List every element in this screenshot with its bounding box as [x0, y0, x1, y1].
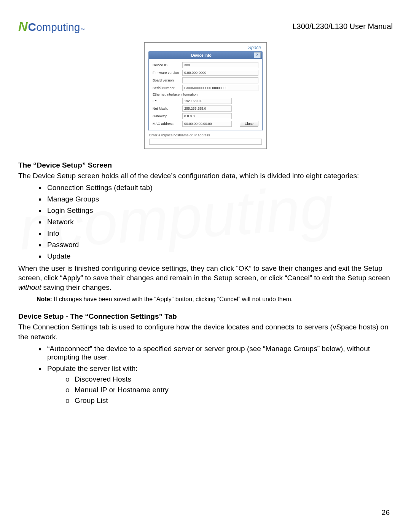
- list-item: Manual IP or Hostname entry: [65, 386, 393, 394]
- list-item: Connection Settings (default tab): [46, 184, 393, 192]
- dialog-title: Device Info: [149, 53, 254, 58]
- space-hint: Space: [148, 45, 263, 50]
- section2-list: “Autoconnect” the device to a specified …: [18, 345, 393, 405]
- board-label: Board version: [153, 78, 182, 82]
- section1-intro: The Device Setup screen holds all of the…: [18, 171, 393, 181]
- firmware-label: Firmware version: [153, 71, 182, 75]
- eth-header: Ethernet interface information:: [153, 93, 258, 96]
- section1-list: Connection Settings (default tab) Manage…: [18, 184, 393, 260]
- list-item: Discovered Hosts: [65, 375, 393, 383]
- note-text: If changes have been saved with the “App…: [52, 296, 293, 302]
- serial-value: L300K000000000 00000000: [182, 85, 258, 91]
- close-button[interactable]: Close: [240, 121, 258, 127]
- device-id-value: 300: [182, 62, 258, 68]
- device-info-screenshot: Space Device Info × Device ID 300: [144, 42, 267, 149]
- section1-outro: When the user is finished configuring de…: [18, 264, 393, 292]
- firmware-value: 0.00.000-0000: [182, 70, 258, 76]
- outro-a: When the user is finished configuring de…: [18, 264, 390, 282]
- device-id-label: Device ID: [153, 63, 182, 67]
- doc-title: L300/L230/L130 User Manual: [292, 22, 393, 31]
- section2-heading: Device Setup - The “Connection Settings”…: [18, 312, 393, 321]
- outro-b: saving their changes.: [41, 283, 112, 291]
- list-item: Populate the server list with: Discovere…: [46, 364, 393, 405]
- page-number: 26: [382, 508, 390, 517]
- gw-value: 0.0.0.0: [182, 113, 232, 119]
- outro-em: without: [18, 283, 41, 291]
- logo: NComputing™: [18, 19, 84, 34]
- host-input[interactable]: [149, 139, 262, 145]
- close-icon[interactable]: ×: [254, 52, 261, 58]
- serial-label: Serial Number: [153, 86, 182, 90]
- logo-c: C: [28, 21, 37, 34]
- ip-label: IP:: [153, 99, 182, 103]
- mac-label: MAC address:: [153, 122, 182, 126]
- list-item: Login Settings: [46, 206, 393, 215]
- enter-host-label: Enter a vSpace hostname or IP address: [149, 133, 262, 137]
- section1-heading: The “Device Setup” Screen: [18, 161, 393, 169]
- section2-sublist: Discovered Hosts Manual IP or Hostname e…: [47, 375, 393, 405]
- list-item: Manage Groups: [46, 195, 393, 203]
- mac-value: 00:00:00:00:00:00: [182, 121, 232, 127]
- mask-value: 255.255.255.0: [182, 105, 232, 112]
- section1-note: Note: If changes have been saved with th…: [37, 295, 393, 303]
- gw-label: Gateway:: [153, 114, 182, 118]
- list-item: Network: [46, 218, 393, 226]
- page-header: NComputing™ L300/L230/L130 User Manual: [18, 19, 393, 34]
- section2-intro: The Connection Settings tab is used to c…: [18, 322, 393, 341]
- mask-label: Net Mask:: [153, 107, 182, 110]
- bullet2-text: Populate the server list with:: [47, 364, 138, 372]
- board-value: [182, 77, 258, 83]
- list-item: “Autoconnect” the device to a specified …: [46, 345, 393, 361]
- list-item: Info: [46, 229, 393, 238]
- list-item: Password: [46, 241, 393, 249]
- note-label: Note:: [37, 296, 52, 302]
- list-item: Update: [46, 252, 393, 260]
- logo-tm: ™: [81, 27, 84, 32]
- device-info-dialog: Device Info × Device ID 300 Firmware ver…: [148, 51, 263, 131]
- logo-n: N: [18, 19, 28, 34]
- logo-rest: omputing: [36, 21, 80, 34]
- list-item: Group List: [65, 396, 393, 405]
- ip-value: 192.168.0.0: [182, 98, 232, 104]
